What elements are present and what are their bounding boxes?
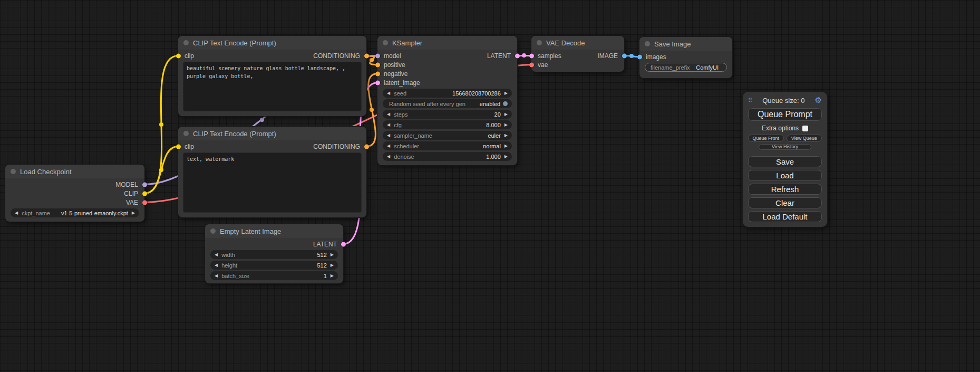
positive-input-dot[interactable] bbox=[375, 62, 380, 67]
view-queue-button[interactable]: View Queue bbox=[787, 135, 822, 142]
queue-prompt-button[interactable]: Queue Prompt bbox=[748, 108, 822, 121]
negative-input-dot[interactable] bbox=[375, 71, 380, 76]
increment-arrow-icon[interactable]: ▶ bbox=[504, 91, 508, 96]
vae-output-dot[interactable] bbox=[142, 200, 147, 205]
node-title: Empty Latent Image bbox=[220, 227, 281, 235]
decrement-arrow-icon[interactable]: ◀ bbox=[387, 133, 390, 138]
widget-value: normal bbox=[483, 143, 501, 149]
node-graph-canvas[interactable]: Load Checkpoint MODEL CLIP VAE ◀ ckpt_na… bbox=[0, 0, 980, 372]
node-collapse-dot-icon[interactable] bbox=[537, 40, 542, 45]
decrement-arrow-icon[interactable]: ◀ bbox=[387, 155, 390, 159]
increment-arrow-icon[interactable]: ▶ bbox=[331, 253, 334, 257]
node-title-bar[interactable]: CLIP Text Encode (Prompt) bbox=[178, 36, 366, 50]
model-input-dot[interactable] bbox=[375, 53, 380, 58]
comfy-menu-panel: ⠿ Queue size: 0 ⚙ Queue Prompt Extra opt… bbox=[743, 92, 827, 227]
batch-size-widget[interactable]: ◀ batch_size 1 ▶ bbox=[210, 271, 338, 280]
samples-input-dot[interactable] bbox=[529, 53, 534, 58]
positive-prompt-textarea[interactable]: beautiful scenery nature glass bottle la… bbox=[183, 62, 362, 111]
clear-button[interactable]: Clear bbox=[748, 197, 822, 208]
increment-arrow-icon[interactable]: ▶ bbox=[504, 144, 508, 148]
widget-value: 512 bbox=[317, 252, 326, 258]
cfg-widget[interactable]: ◀ cfg 8.000 ▶ bbox=[383, 120, 512, 129]
decrement-arrow-icon[interactable]: ◀ bbox=[387, 112, 390, 117]
scheduler-widget[interactable]: ◀ scheduler normal ▶ bbox=[383, 141, 512, 150]
increment-arrow-icon[interactable]: ▶ bbox=[504, 123, 508, 127]
node-ksampler[interactable]: KSampler model LATENT positive negative … bbox=[377, 36, 517, 165]
clip-input-dot[interactable] bbox=[176, 53, 181, 58]
toggle-dot-icon[interactable] bbox=[503, 101, 508, 106]
node-clip-text-encode-positive[interactable]: CLIP Text Encode (Prompt) clip CONDITION… bbox=[178, 36, 366, 116]
decrement-arrow-icon[interactable]: ◀ bbox=[387, 123, 390, 127]
conditioning-output-dot[interactable] bbox=[364, 53, 369, 58]
filename-prefix-widget[interactable]: filename_prefix ComfyUI bbox=[645, 63, 727, 72]
negative-prompt-textarea[interactable]: text, watermark bbox=[183, 152, 362, 213]
conditioning-output-dot[interactable] bbox=[364, 144, 369, 149]
increment-arrow-icon[interactable]: ▶ bbox=[331, 274, 334, 278]
width-widget[interactable]: ◀ width 512 ▶ bbox=[210, 250, 338, 259]
slot-row: clip CONDITIONING bbox=[178, 51, 366, 60]
images-input-dot[interactable] bbox=[637, 54, 642, 59]
decrement-arrow-icon[interactable]: ◀ bbox=[15, 211, 18, 215]
extra-options-checkbox[interactable] bbox=[802, 126, 808, 131]
clip-output-dot[interactable] bbox=[142, 191, 147, 196]
node-title-bar[interactable]: Load Checkpoint bbox=[5, 165, 144, 178]
model-output-dot[interactable] bbox=[142, 182, 147, 187]
load-default-button[interactable]: Load Default bbox=[748, 211, 822, 222]
denoise-widget[interactable]: ◀ denoise 1.000 ▶ bbox=[383, 152, 512, 161]
node-title-bar[interactable]: VAE Decode bbox=[531, 36, 624, 50]
node-collapse-dot-icon[interactable] bbox=[11, 169, 16, 174]
node-collapse-dot-icon[interactable] bbox=[210, 228, 216, 234]
node-title-bar[interactable]: KSampler bbox=[377, 36, 517, 50]
latent-image-input-dot[interactable] bbox=[375, 80, 380, 85]
increment-arrow-icon[interactable]: ▶ bbox=[504, 133, 508, 138]
input-slot-latent-image: latent_image bbox=[377, 78, 517, 87]
slot-label: IMAGE bbox=[597, 52, 618, 60]
node-load-checkpoint[interactable]: Load Checkpoint MODEL CLIP VAE ◀ ckpt_na… bbox=[5, 165, 144, 222]
seed-widget[interactable]: ◀ seed 156680208700286 ▶ bbox=[383, 89, 512, 98]
decrement-arrow-icon[interactable]: ◀ bbox=[215, 274, 218, 278]
input-slot-vae: vae bbox=[531, 60, 624, 69]
increment-arrow-icon[interactable]: ▶ bbox=[132, 211, 135, 215]
settings-gear-icon[interactable]: ⚙ bbox=[815, 96, 822, 105]
random-seed-toggle-widget[interactable]: Random seed after every gen enabled bbox=[383, 99, 512, 108]
node-title-bar[interactable]: CLIP Text Encode (Prompt) bbox=[178, 127, 366, 140]
vae-input-dot[interactable] bbox=[529, 62, 534, 67]
decrement-arrow-icon[interactable]: ◀ bbox=[387, 91, 390, 96]
slot-label: model bbox=[384, 52, 401, 60]
node-collapse-dot-icon[interactable] bbox=[645, 41, 650, 46]
refresh-button[interactable]: Refresh bbox=[748, 184, 822, 195]
view-history-button[interactable]: View History bbox=[759, 144, 812, 150]
clip-input-dot[interactable] bbox=[176, 144, 181, 149]
queue-front-button[interactable]: Queue Front bbox=[748, 135, 784, 142]
increment-arrow-icon[interactable]: ▶ bbox=[504, 155, 508, 159]
image-output-dot[interactable] bbox=[622, 53, 627, 58]
decrement-arrow-icon[interactable]: ◀ bbox=[215, 263, 218, 268]
node-title-bar[interactable]: Empty Latent Image bbox=[205, 224, 343, 238]
increment-arrow-icon[interactable]: ▶ bbox=[331, 263, 334, 268]
slot-label: samples bbox=[538, 52, 561, 60]
latent-output-dot[interactable] bbox=[341, 242, 346, 246]
save-button[interactable]: Save bbox=[748, 156, 822, 167]
widget-value: 512 bbox=[317, 262, 326, 269]
load-button[interactable]: Load bbox=[748, 170, 822, 181]
node-title-bar[interactable]: Save Image bbox=[639, 37, 732, 51]
sampler-name-widget[interactable]: ◀ sampler_name euler ▶ bbox=[383, 131, 512, 140]
node-collapse-dot-icon[interactable] bbox=[383, 40, 388, 45]
node-collapse-dot-icon[interactable] bbox=[183, 40, 189, 45]
queue-buttons-row: Queue Front View Queue bbox=[748, 135, 822, 142]
node-empty-latent-image[interactable]: Empty Latent Image LATENT ◀ width 512 ▶ … bbox=[205, 224, 343, 283]
node-collapse-dot-icon[interactable] bbox=[183, 131, 189, 136]
ckpt-name-widget[interactable]: ◀ ckpt_name v1-5-pruned-emaonly.ckpt ▶ bbox=[11, 208, 139, 217]
widget-value: 1.000 bbox=[486, 154, 501, 160]
height-widget[interactable]: ◀ height 512 ▶ bbox=[210, 261, 338, 270]
slot-label: LATENT bbox=[313, 241, 337, 248]
steps-widget[interactable]: ◀ steps 20 ▶ bbox=[383, 110, 512, 119]
latent-output-dot[interactable] bbox=[515, 53, 520, 58]
drag-handle-icon[interactable]: ⠿ bbox=[748, 97, 752, 104]
node-vae-decode[interactable]: VAE Decode samples IMAGE vae bbox=[531, 36, 624, 72]
increment-arrow-icon[interactable]: ▶ bbox=[504, 112, 508, 117]
node-save-image[interactable]: Save Image images filename_prefix ComfyU… bbox=[639, 37, 732, 78]
decrement-arrow-icon[interactable]: ◀ bbox=[387, 144, 390, 148]
decrement-arrow-icon[interactable]: ◀ bbox=[215, 253, 218, 257]
node-clip-text-encode-negative[interactable]: CLIP Text Encode (Prompt) clip CONDITION… bbox=[178, 127, 366, 217]
